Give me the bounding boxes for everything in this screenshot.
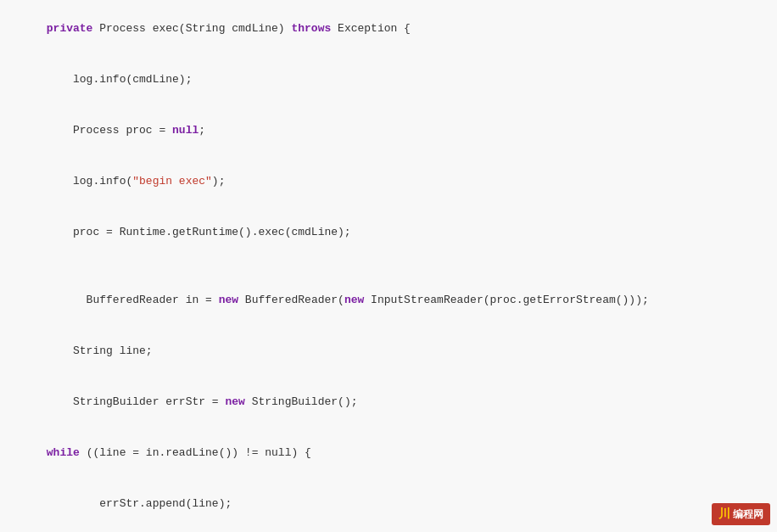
code-line: StringBuilder errStr = new StringBuilder… xyxy=(0,377,777,428)
code-container: private Process exec(String cmdLine) thr… xyxy=(0,0,777,532)
keyword: null xyxy=(172,124,198,137)
code-line: errStr.append(line); xyxy=(0,479,777,529)
code-text: InputStreamReader(proc.getErrorStream())… xyxy=(364,294,648,306)
code-text: BufferedReader( xyxy=(238,294,344,306)
code-text: Process proc = xyxy=(47,124,172,137)
keyword: while xyxy=(47,446,80,459)
keyword: new xyxy=(219,294,238,306)
code-text: ((line = in.readLine()) != null) { xyxy=(80,446,311,459)
watermark-text: 编程网 xyxy=(733,507,763,522)
code-text: errStr.append(line); xyxy=(47,497,232,510)
keyword: private xyxy=(47,22,93,35)
code-text: log.info(cmdLine); xyxy=(47,73,193,86)
string: "begin exec" xyxy=(132,175,212,188)
watermark: 川 编程网 xyxy=(712,503,770,525)
keyword: new xyxy=(225,395,244,408)
keyword: throws xyxy=(291,22,331,35)
code-text: StringBuilder errStr = xyxy=(47,395,226,408)
code-text: proc = Runtime.getRuntime().exec(cmdLine… xyxy=(47,226,351,238)
code-line: BufferedReader in = new BufferedReader(n… xyxy=(0,275,777,326)
code-line: log.info(cmdLine); xyxy=(0,54,777,105)
code-line: String line; xyxy=(0,326,777,377)
code-line: Process proc = null; xyxy=(0,105,777,156)
code-text: StringBuilder(); xyxy=(245,395,358,408)
code-text: Process exec(String cmdLine) xyxy=(92,22,291,35)
keyword: new xyxy=(344,294,364,306)
code-line: private Process exec(String cmdLine) thr… xyxy=(0,3,777,54)
code-text: ); xyxy=(212,175,226,188)
code-line: proc = Runtime.getRuntime().exec(cmdLine… xyxy=(0,207,777,258)
code-text: ; xyxy=(198,124,205,137)
code-line: while ((line = in.readLine()) != null) { xyxy=(0,428,777,479)
code-text: Exception { xyxy=(331,22,411,35)
code-text: log.info( xyxy=(47,175,132,188)
code-text: String line; xyxy=(47,344,153,357)
code-line xyxy=(0,258,777,275)
watermark-icon: 川 xyxy=(718,507,730,522)
code-text: BufferedReader in = xyxy=(47,294,219,306)
code-line: log.info("begin exec"); xyxy=(0,156,777,207)
